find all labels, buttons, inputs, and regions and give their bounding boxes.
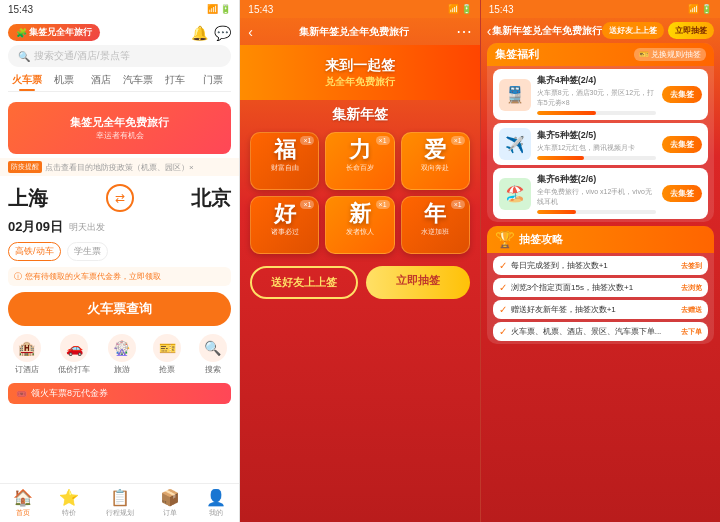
service-hotel[interactable]: 🏨 订酒店	[13, 334, 41, 375]
stamp-li[interactable]: ×1 力 长命百岁	[325, 132, 394, 190]
welfare-title: 集签福利	[495, 47, 539, 62]
p1-tabs: 火车票 机票 酒店 汽车票 打车 门票	[8, 67, 231, 92]
p1-logo: 🧩 集签兄全年旅行	[8, 24, 100, 41]
departure-date: 02月09日	[8, 218, 63, 236]
coupon-icon: 🎟️	[16, 389, 27, 399]
go-collect-btn-2[interactable]: 去集签	[662, 136, 702, 153]
nav-deals[interactable]: ⭐ 特价	[59, 488, 79, 518]
service-search[interactable]: 🔍 搜索	[199, 334, 227, 375]
go-order-btn[interactable]: 去下单	[681, 327, 702, 337]
p1-date-row[interactable]: 02月09日 明天出发	[0, 216, 239, 240]
tab-bus[interactable]: 汽车票	[120, 71, 157, 89]
progress-bar-wrap-2	[537, 156, 656, 160]
p3-strategy-title-bar: 🏆 抽签攻略	[487, 226, 714, 253]
welfare-beach-icon: 🏖️	[499, 178, 531, 210]
draw-button-p2[interactable]: 立即抽签	[366, 266, 470, 299]
nav-home[interactable]: 🏠 首页	[13, 488, 33, 518]
p2-hero-banner: 来到一起签 兑全年免费旅行 🏮 🏮	[240, 45, 479, 100]
search-service-icon: 🔍	[199, 334, 227, 362]
stamp-hao[interactable]: ×1 好 诸事必过	[250, 196, 319, 254]
ticket-rules-button[interactable]: 🎫 兑换规则/抽签	[634, 48, 706, 61]
back-button-p2[interactable]: ‹	[248, 24, 253, 40]
p1-bottom-nav: 🏠 首页 ⭐ 特价 📋 行程规划 📦 订单 👤 我的	[0, 483, 239, 522]
date-label: 明天出发	[69, 221, 105, 234]
type-student[interactable]: 学生票	[67, 242, 108, 261]
warning-icon: ⓘ	[14, 271, 22, 282]
type-highspeed[interactable]: 高铁/动车	[8, 242, 61, 261]
swap-cities-button[interactable]: ⇄	[106, 184, 134, 212]
time-p1: 15:43	[8, 4, 33, 15]
status-icons-p3: 📶 🔋	[688, 4, 712, 14]
tab-flight[interactable]: 机票	[45, 71, 82, 89]
from-city[interactable]: 上海	[8, 185, 48, 212]
query-train-button[interactable]: 火车票查询	[8, 292, 231, 326]
tab-taxi[interactable]: 打车	[157, 71, 194, 89]
hotel-icon: 🏨	[13, 334, 41, 362]
go-share-btn[interactable]: 去赠送	[681, 305, 702, 315]
p1-header-icons: 🔔 💬	[191, 25, 231, 41]
welfare-plane-icon: ✈️	[499, 128, 531, 160]
nav-itinerary[interactable]: 📋 行程规划	[106, 488, 134, 518]
itinerary-icon: 📋	[110, 488, 130, 507]
p2-stamps-grid: ×1 福 财富自由 ×1 力 长命百岁 ×1 爱 双向奔赴 ×1 好 诸事必过 …	[240, 128, 479, 260]
strategy-item-order: ✓ 火车票、机票、酒店、景区、汽车票下单... 去下单	[493, 322, 708, 341]
status-bar-p2: 15:43 📶 🔋	[240, 0, 479, 18]
p3-spacer	[481, 348, 720, 522]
stamp-ai[interactable]: ×1 爱 双向奔赴	[401, 132, 470, 190]
home-icon: 🏠	[13, 488, 33, 507]
status-icons-p1: 📶 🔋	[207, 4, 231, 14]
more-button-p2[interactable]: ⋯	[456, 22, 472, 41]
tour-icon: 🎡	[108, 334, 136, 362]
check-icon-3: ✓	[499, 304, 507, 315]
draw-button-p3[interactable]: 立即抽签	[668, 22, 714, 39]
trophy-icon: 🏆	[495, 230, 515, 249]
message-icon[interactable]: 💬	[214, 25, 231, 41]
taxi-icon: 🚗	[60, 334, 88, 362]
back-button-p3[interactable]: ‹	[487, 23, 492, 39]
go-collect-btn-1[interactable]: 去集签	[662, 86, 702, 103]
welfare-info-3: 集齐6种签(2/6) 全年免费旅行，vivo x12手机，vivo无线耳机	[537, 173, 656, 214]
progress-bar-2	[537, 156, 585, 160]
progress-bar-wrap-3	[537, 210, 656, 214]
train-ticket-panel: 15:43 📶 🔋 🧩 集签兄全年旅行 🔔 💬 🔍 搜索交通/酒店/景点等 火车…	[0, 0, 240, 522]
p1-warning[interactable]: ⓘ 您有待领取的火车票代金券，立即领取	[8, 267, 231, 286]
p1-search-bar[interactable]: 🔍 搜索交通/酒店/景点等	[8, 45, 231, 67]
stamp-nian[interactable]: ×1 年 水逆加班	[401, 196, 470, 254]
share-friend-button-p3[interactable]: 送好友上上签	[602, 22, 664, 39]
stamp-xin[interactable]: ×1 新 发者惊人	[325, 196, 394, 254]
go-checkin-btn[interactable]: 去签到	[681, 261, 702, 271]
tab-hotel[interactable]: 酒店	[82, 71, 119, 89]
p1-service-icons: 🏨 订酒店 🚗 低价打车 🎡 旅游 🎫 抢票 🔍 搜索	[0, 326, 239, 379]
bell-icon[interactable]: 🔔	[191, 25, 208, 41]
p1-header: 🧩 集签兄全年旅行 🔔 💬 🔍 搜索交通/酒店/景点等 火车票 机票 酒店 汽车…	[0, 18, 239, 96]
tab-ticket[interactable]: 门票	[194, 71, 231, 89]
strategy-item-share: ✓ 赠送好友新年签，抽签次数+1 去赠送	[493, 300, 708, 319]
p1-footer-banner[interactable]: 🎟️ 领火车票8元代金券	[8, 383, 231, 404]
strategy-item-checkin: ✓ 每日完成签到，抽签次数+1 去签到	[493, 256, 708, 275]
tab-train[interactable]: 火车票	[8, 71, 45, 89]
stamp-fu[interactable]: ×1 福 财富自由	[250, 132, 319, 190]
progress-bar-wrap-1	[537, 111, 656, 115]
go-browse-btn[interactable]: 去浏览	[681, 283, 702, 293]
to-city[interactable]: 北京	[191, 185, 231, 212]
welfare-train-icon: 🚆	[499, 79, 531, 111]
p1-route: 上海 ⇄ 北京	[0, 176, 239, 216]
p3-welfare-title-bar: 集签福利 🎫 兑换规则/抽签	[487, 43, 714, 66]
service-taxi[interactable]: 🚗 低价打车	[58, 334, 90, 375]
check-icon-4: ✓	[499, 326, 507, 337]
time-p2: 15:43	[248, 4, 273, 15]
nav-orders[interactable]: 📦 订单	[160, 488, 180, 518]
nav-profile[interactable]: 👤 我的	[206, 488, 226, 518]
grab-icon: 🎫	[153, 334, 181, 362]
go-collect-btn-3[interactable]: 去集签	[662, 185, 702, 202]
p2-section-title: 集新年签	[240, 100, 479, 128]
p3-strategy-section: 🏆 抽签攻略 ✓ 每日完成签到，抽签次数+1 去签到 ✓ 浏览3个指定页面15s…	[487, 226, 714, 344]
p1-notice[interactable]: 防疫提醒 点击查看目的地防疫政策（机票、园区）×	[0, 158, 239, 176]
p1-promo-banner[interactable]: 集签兄全年免费旅行 幸运者有机会	[8, 102, 231, 154]
service-tour[interactable]: 🎡 旅游	[108, 334, 136, 375]
service-grab[interactable]: 🎫 抢票	[153, 334, 181, 375]
p1-type-row: 高铁/动车 学生票	[0, 240, 239, 267]
share-friend-button-p2[interactable]: 送好友上上签	[250, 266, 358, 299]
status-bar-p3: 15:43 📶 🔋	[481, 0, 720, 18]
welfare-item-4types: 🚆 集齐4种签(2/4) 火车票8元，酒店30元，景区12元，打车5元劵×8 去…	[493, 69, 708, 120]
